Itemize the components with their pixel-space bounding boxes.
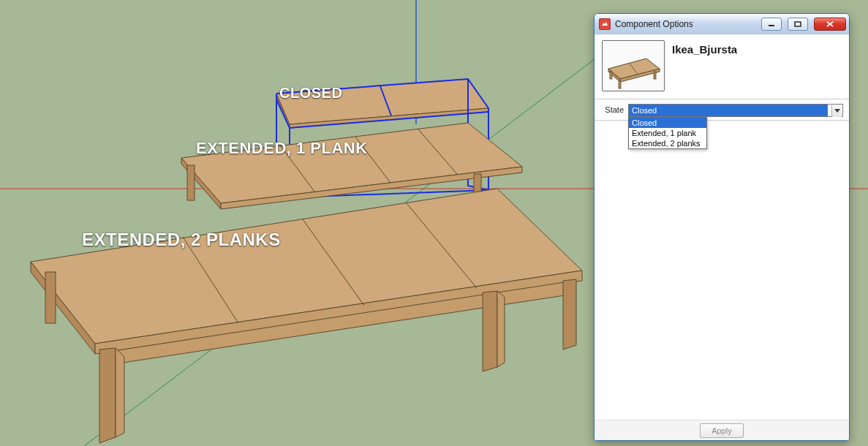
svg-marker-26: [99, 348, 116, 443]
sketchup-icon: [599, 18, 611, 30]
svg-rect-40: [654, 72, 656, 79]
component-name: Ikea_Bjursta: [672, 43, 737, 56]
svg-marker-29: [497, 291, 505, 367]
state-combobox-list[interactable]: Closed Extended, 1 plank Extended, 2 pla…: [628, 117, 707, 149]
label-extended-2: EXTENDED, 2 PLANKS: [82, 230, 281, 250]
svg-rect-32: [769, 25, 774, 26]
svg-marker-28: [483, 291, 497, 371]
attribute-label: State: [600, 105, 624, 114]
label-extended-1: EXTENDED, 1 PLANK: [196, 139, 368, 158]
dialog-body: Ikea_Bjursta State Closed Closed Extende…: [595, 34, 849, 440]
table-extended-2: [31, 189, 582, 443]
state-combobox[interactable]: Closed Closed Extended, 1 plank Extended…: [628, 104, 843, 117]
svg-rect-33: [795, 22, 801, 26]
apply-button[interactable]: Apply: [700, 423, 744, 438]
maximize-button[interactable]: [788, 18, 808, 31]
minimize-button[interactable]: [761, 18, 782, 31]
state-combobox-value: Closed: [629, 105, 828, 116]
label-closed: CLOSED: [279, 85, 342, 102]
component-thumbnail: [602, 40, 665, 91]
component-options-dialog[interactable]: Component Options: [594, 13, 850, 441]
dialog-title: Component Options: [615, 19, 755, 29]
svg-marker-27: [116, 348, 124, 437]
svg-rect-31: [45, 272, 56, 323]
maximize-icon: [794, 21, 801, 27]
dialog-footer: Apply: [595, 420, 849, 440]
state-combobox-button[interactable]: [831, 105, 842, 117]
svg-rect-16: [187, 165, 195, 200]
minimize-icon: [768, 21, 775, 27]
svg-rect-41: [610, 72, 612, 79]
state-combobox-field[interactable]: Closed: [628, 104, 843, 117]
close-button[interactable]: [814, 18, 846, 31]
state-option[interactable]: Extended, 2 planks: [629, 138, 706, 148]
dialog-titlebar[interactable]: Component Options: [595, 14, 849, 34]
chevron-down-icon: [834, 109, 840, 113]
svg-marker-30: [563, 279, 576, 349]
attribute-row-state: State Closed Closed Extended, 1 plank Ex…: [595, 99, 849, 121]
state-option[interactable]: Closed: [629, 118, 706, 128]
close-icon: [826, 20, 834, 28]
svg-rect-39: [619, 81, 621, 88]
svg-marker-43: [834, 109, 840, 113]
state-option[interactable]: Extended, 1 plank: [629, 128, 706, 138]
